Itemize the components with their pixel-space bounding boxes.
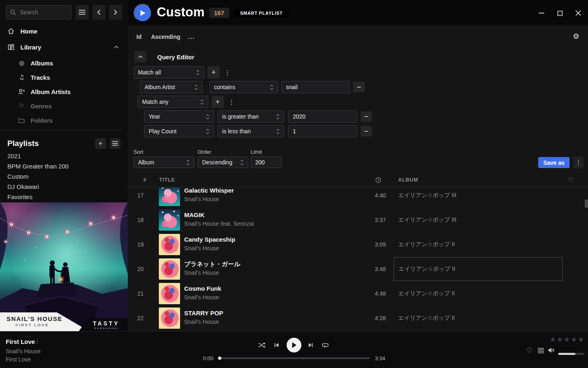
menu-button[interactable]: [76, 5, 89, 20]
sidebar-item-library[interactable]: Library: [0, 41, 128, 53]
track-title: MAGIK: [184, 211, 205, 218]
column-title[interactable]: TITLE: [159, 177, 175, 183]
order-select[interactable]: Descending: [198, 157, 248, 168]
add-playlist-button[interactable]: +: [95, 138, 106, 149]
track-artist: Snail’s House: [184, 269, 219, 276]
sidebar-item-home[interactable]: Home: [0, 25, 128, 37]
playlist-item-label: DJ Okawari: [7, 183, 39, 190]
previous-track-button[interactable]: [274, 342, 279, 348]
now-playing-menu-button[interactable]: ⋮: [34, 338, 40, 345]
sidebar-playlist-item[interactable]: 2021: [7, 151, 128, 161]
seek-thumb[interactable]: [218, 357, 221, 360]
sidebar-playlist-item[interactable]: Custom: [7, 171, 128, 182]
star-icon[interactable]: ★: [578, 335, 584, 343]
star-icon[interactable]: ★: [571, 335, 577, 343]
sidebar-item-albums[interactable]: ◎ Albums: [0, 58, 128, 68]
favorite-heart-icon[interactable]: ♡: [526, 346, 532, 355]
match-select-group1[interactable]: Match all: [134, 66, 204, 79]
nav-forward-button[interactable]: [109, 5, 122, 20]
track-album-cell[interactable]: エイリアン☆ポップ II: [394, 257, 563, 281]
hamburger-icon: [79, 10, 85, 15]
close-button[interactable]: [575, 10, 581, 16]
more-options-button[interactable]: ...: [188, 34, 195, 40]
remove-rule2-button[interactable]: −: [361, 111, 372, 122]
table-row[interactable]: 21 Cosmo Funk Snail’s House 4:48 エイリアン☆ポ…: [128, 281, 585, 306]
queue-button[interactable]: [538, 348, 544, 353]
track-album-cell[interactable]: エイリアン☆ポップ II: [394, 282, 563, 305]
now-playing-art[interactable]: SNAIL'S HOUSE FIRST LOVE TASTY: [0, 202, 128, 331]
match-select-group2[interactable]: Match any: [138, 96, 208, 108]
table-row[interactable]: 18 MAGIK Snail’s House feat. Sennzai 3:3…: [128, 208, 585, 232]
rule1-value-input[interactable]: [281, 81, 350, 93]
add-rule-button-group2[interactable]: +: [212, 96, 224, 108]
sidebar-item-genres[interactable]: ⚐ Genres: [0, 101, 128, 111]
nav-back-button[interactable]: [92, 5, 105, 20]
track-album-cell[interactable]: エイリアン☆ポップ II: [394, 306, 563, 330]
table-row[interactable]: 17 Galactic Whisper Snail’s House 4:40 エ…: [128, 188, 585, 208]
seek-bar[interactable]: [218, 357, 370, 359]
table-row[interactable]: 20 プラネット・ガール Snail’s House 3:48 エイリアン☆ポッ…: [128, 257, 585, 281]
maximize-button[interactable]: [557, 10, 563, 16]
sidebar-item-label: Library: [20, 44, 41, 51]
limit-input[interactable]: [251, 157, 282, 168]
remove-rule3-button[interactable]: −: [361, 126, 372, 137]
rule2-field-select[interactable]: Year: [144, 110, 214, 123]
star-icon[interactable]: ★: [564, 335, 570, 343]
rule1-operator-select[interactable]: contains: [209, 81, 278, 93]
play-pause-button[interactable]: [287, 338, 301, 352]
sort-select[interactable]: Album: [134, 157, 194, 168]
sidebar-playlist-item[interactable]: BPM Greater than 200: [7, 161, 128, 171]
query-editor-collapse-button[interactable]: [134, 51, 147, 63]
repeat-button[interactable]: [322, 342, 329, 348]
volume-button[interactable]: [548, 347, 555, 353]
select-spinner-icon: [276, 114, 280, 120]
add-rule-button-group1[interactable]: +: [207, 66, 220, 79]
rule3-operator-select[interactable]: is less than: [218, 125, 284, 137]
duration-column-clock-icon[interactable]: [375, 177, 381, 183]
track-title: STARRY POP: [184, 310, 223, 316]
volume-slider[interactable]: [558, 353, 584, 355]
table-row[interactable]: 19 Candy Spaceship Snail’s House 3:09 エイ…: [128, 232, 585, 257]
player-bar: First Love ⋮ Snail’s House First Love: [0, 331, 588, 368]
column-album[interactable]: ALBUM: [398, 177, 418, 183]
remove-rule1-button[interactable]: −: [353, 82, 365, 92]
sidebar-playlist-item[interactable]: DJ Okawari: [7, 182, 128, 192]
page-title: Custom: [157, 5, 205, 20]
track-album-cell[interactable]: エイリアン☆ポップ III: [394, 208, 563, 232]
sort-order-button[interactable]: Ascending: [151, 34, 180, 40]
settings-gear-icon[interactable]: ⚙: [573, 32, 579, 40]
rule2-value-input[interactable]: [288, 110, 357, 123]
sort-field-button[interactable]: Id: [136, 34, 141, 40]
sidebar-item-tracks[interactable]: ♫ Tracks: [0, 72, 128, 83]
star-icon[interactable]: ★: [557, 335, 563, 343]
save-menu-button[interactable]: ⋮: [573, 157, 584, 168]
search-input[interactable]: [19, 9, 67, 16]
table-row[interactable]: 22 STARRY POP Snail’s House 4:28 エイリアン☆ポ…: [128, 306, 585, 330]
sidebar-item-album-artists[interactable]: Album Artists: [0, 86, 128, 97]
track-artist: Snail’s House feat. Sennzai: [184, 220, 254, 227]
minimize-button[interactable]: [538, 10, 545, 16]
track-number: 18: [128, 208, 153, 232]
column-number[interactable]: #: [143, 177, 147, 183]
rule3-value-input[interactable]: [288, 125, 357, 137]
track-album-cell[interactable]: エイリアン☆ポップ III: [394, 188, 563, 207]
track-album-cell[interactable]: エイリアン☆ポップ II: [394, 233, 563, 256]
star-icon[interactable]: ★: [550, 335, 556, 343]
shuffle-button[interactable]: [258, 342, 265, 348]
sidebar-playlist-item[interactable]: Favorites: [7, 192, 128, 202]
sidebar-item-folders[interactable]: Folders: [0, 115, 128, 126]
group2-menu-button[interactable]: ⋮: [228, 98, 235, 106]
rule1-field-select[interactable]: Album Artist: [140, 81, 203, 93]
favorite-column-heart-icon[interactable]: ♡: [568, 176, 574, 184]
playlist-menu-button[interactable]: [110, 138, 120, 149]
chevron-up-icon[interactable]: [114, 45, 119, 49]
save-as-button[interactable]: Save as: [538, 157, 570, 168]
scrollbar-thumb[interactable]: [585, 200, 588, 208]
select-value: Match any: [142, 99, 169, 105]
group1-menu-button[interactable]: ⋮: [224, 69, 231, 76]
search-box[interactable]: [6, 5, 72, 20]
play-playlist-button[interactable]: [134, 4, 152, 22]
rule3-field-select[interactable]: Play Count: [144, 125, 214, 137]
rule2-operator-select[interactable]: is greater than: [218, 110, 284, 123]
next-track-button[interactable]: [308, 342, 314, 348]
